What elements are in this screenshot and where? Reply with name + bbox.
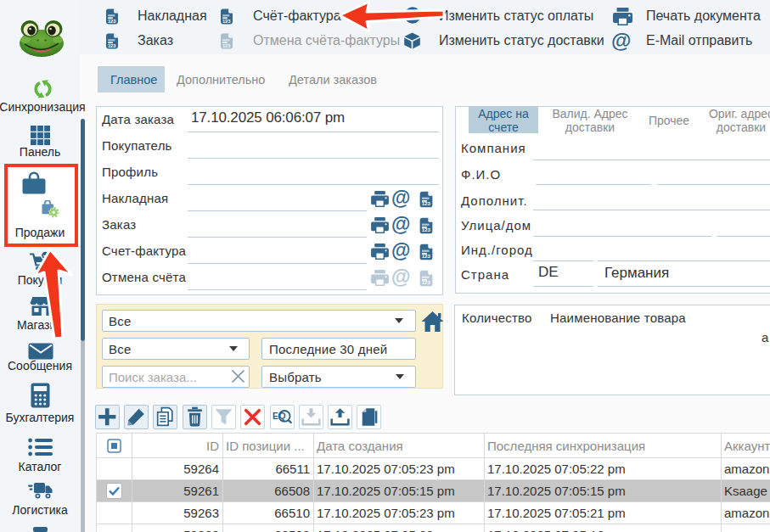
svg-text:123: 123 — [108, 19, 116, 24]
svg-text:123: 123 — [422, 253, 431, 259]
svg-text:123: 123 — [422, 279, 431, 285]
svg-text:123: 123 — [222, 43, 231, 48]
svg-text:123: 123 — [422, 227, 431, 232]
svg-text:123: 123 — [422, 200, 431, 206]
svg-text:123: 123 — [222, 19, 231, 24]
svg-text:123: 123 — [108, 43, 116, 48]
